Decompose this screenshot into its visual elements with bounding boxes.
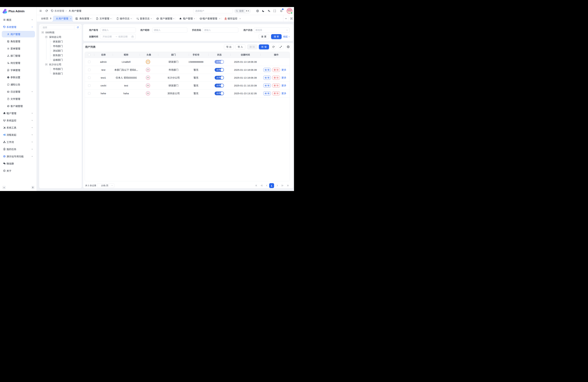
svg-text:DEV: DEV (7, 91, 9, 92)
